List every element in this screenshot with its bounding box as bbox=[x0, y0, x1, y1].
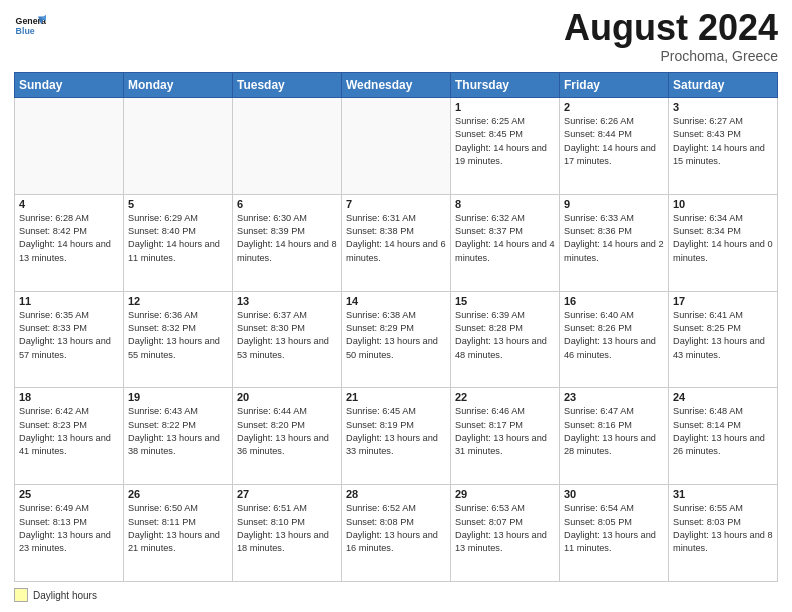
day-info: Sunrise: 6:44 AM Sunset: 8:20 PM Dayligh… bbox=[237, 405, 337, 458]
day-info: Sunrise: 6:32 AM Sunset: 8:37 PM Dayligh… bbox=[455, 212, 555, 265]
day-number: 9 bbox=[564, 198, 664, 210]
header-tuesday: Tuesday bbox=[233, 73, 342, 98]
day-number: 17 bbox=[673, 295, 773, 307]
calendar-cell: 19 Sunrise: 6:43 AM Sunset: 8:22 PM Dayl… bbox=[124, 388, 233, 485]
calendar-cell: 20 Sunrise: 6:44 AM Sunset: 8:20 PM Dayl… bbox=[233, 388, 342, 485]
calendar-cell: 29 Sunrise: 6:53 AM Sunset: 8:07 PM Dayl… bbox=[451, 485, 560, 582]
calendar-week-row: 1 Sunrise: 6:25 AM Sunset: 8:45 PM Dayli… bbox=[15, 98, 778, 195]
calendar-cell: 7 Sunrise: 6:31 AM Sunset: 8:38 PM Dayli… bbox=[342, 194, 451, 291]
day-info: Sunrise: 6:28 AM Sunset: 8:42 PM Dayligh… bbox=[19, 212, 119, 265]
calendar-cell: 25 Sunrise: 6:49 AM Sunset: 8:13 PM Dayl… bbox=[15, 485, 124, 582]
day-number: 28 bbox=[346, 488, 446, 500]
day-number: 19 bbox=[128, 391, 228, 403]
day-number: 1 bbox=[455, 101, 555, 113]
day-info: Sunrise: 6:35 AM Sunset: 8:33 PM Dayligh… bbox=[19, 309, 119, 362]
day-number: 15 bbox=[455, 295, 555, 307]
day-info: Sunrise: 6:53 AM Sunset: 8:07 PM Dayligh… bbox=[455, 502, 555, 555]
calendar-cell: 21 Sunrise: 6:45 AM Sunset: 8:19 PM Dayl… bbox=[342, 388, 451, 485]
day-info: Sunrise: 6:48 AM Sunset: 8:14 PM Dayligh… bbox=[673, 405, 773, 458]
day-info: Sunrise: 6:50 AM Sunset: 8:11 PM Dayligh… bbox=[128, 502, 228, 555]
day-number: 6 bbox=[237, 198, 337, 210]
page-container: General Blue August 2024 Prochoma, Greec… bbox=[0, 0, 792, 612]
calendar-cell: 17 Sunrise: 6:41 AM Sunset: 8:25 PM Dayl… bbox=[669, 291, 778, 388]
calendar-cell: 13 Sunrise: 6:37 AM Sunset: 8:30 PM Dayl… bbox=[233, 291, 342, 388]
day-info: Sunrise: 6:40 AM Sunset: 8:26 PM Dayligh… bbox=[564, 309, 664, 362]
day-info: Sunrise: 6:25 AM Sunset: 8:45 PM Dayligh… bbox=[455, 115, 555, 168]
calendar-cell: 16 Sunrise: 6:40 AM Sunset: 8:26 PM Dayl… bbox=[560, 291, 669, 388]
header-thursday: Thursday bbox=[451, 73, 560, 98]
day-number: 14 bbox=[346, 295, 446, 307]
calendar-cell: 22 Sunrise: 6:46 AM Sunset: 8:17 PM Dayl… bbox=[451, 388, 560, 485]
day-info: Sunrise: 6:55 AM Sunset: 8:03 PM Dayligh… bbox=[673, 502, 773, 555]
day-number: 8 bbox=[455, 198, 555, 210]
day-info: Sunrise: 6:26 AM Sunset: 8:44 PM Dayligh… bbox=[564, 115, 664, 168]
title-block: August 2024 Prochoma, Greece bbox=[564, 10, 778, 64]
calendar-cell bbox=[342, 98, 451, 195]
calendar-cell: 9 Sunrise: 6:33 AM Sunset: 8:36 PM Dayli… bbox=[560, 194, 669, 291]
calendar-cell bbox=[124, 98, 233, 195]
day-number: 13 bbox=[237, 295, 337, 307]
day-info: Sunrise: 6:52 AM Sunset: 8:08 PM Dayligh… bbox=[346, 502, 446, 555]
day-number: 29 bbox=[455, 488, 555, 500]
calendar-week-row: 25 Sunrise: 6:49 AM Sunset: 8:13 PM Dayl… bbox=[15, 485, 778, 582]
day-number: 3 bbox=[673, 101, 773, 113]
day-number: 30 bbox=[564, 488, 664, 500]
day-info: Sunrise: 6:27 AM Sunset: 8:43 PM Dayligh… bbox=[673, 115, 773, 168]
day-info: Sunrise: 6:43 AM Sunset: 8:22 PM Dayligh… bbox=[128, 405, 228, 458]
calendar-cell: 26 Sunrise: 6:50 AM Sunset: 8:11 PM Dayl… bbox=[124, 485, 233, 582]
calendar-cell: 18 Sunrise: 6:42 AM Sunset: 8:23 PM Dayl… bbox=[15, 388, 124, 485]
calendar-cell: 31 Sunrise: 6:55 AM Sunset: 8:03 PM Dayl… bbox=[669, 485, 778, 582]
calendar-week-row: 11 Sunrise: 6:35 AM Sunset: 8:33 PM Dayl… bbox=[15, 291, 778, 388]
calendar-cell: 15 Sunrise: 6:39 AM Sunset: 8:28 PM Dayl… bbox=[451, 291, 560, 388]
header-saturday: Saturday bbox=[669, 73, 778, 98]
legend-box-daylight bbox=[14, 588, 28, 602]
calendar-cell bbox=[233, 98, 342, 195]
calendar-footer: Daylight hours bbox=[14, 588, 778, 602]
day-number: 5 bbox=[128, 198, 228, 210]
svg-text:Blue: Blue bbox=[16, 26, 35, 36]
header-wednesday: Wednesday bbox=[342, 73, 451, 98]
day-info: Sunrise: 6:29 AM Sunset: 8:40 PM Dayligh… bbox=[128, 212, 228, 265]
day-number: 10 bbox=[673, 198, 773, 210]
day-info: Sunrise: 6:49 AM Sunset: 8:13 PM Dayligh… bbox=[19, 502, 119, 555]
day-number: 7 bbox=[346, 198, 446, 210]
day-info: Sunrise: 6:39 AM Sunset: 8:28 PM Dayligh… bbox=[455, 309, 555, 362]
day-number: 16 bbox=[564, 295, 664, 307]
day-info: Sunrise: 6:31 AM Sunset: 8:38 PM Dayligh… bbox=[346, 212, 446, 265]
day-info: Sunrise: 6:45 AM Sunset: 8:19 PM Dayligh… bbox=[346, 405, 446, 458]
day-info: Sunrise: 6:30 AM Sunset: 8:39 PM Dayligh… bbox=[237, 212, 337, 265]
calendar-cell: 24 Sunrise: 6:48 AM Sunset: 8:14 PM Dayl… bbox=[669, 388, 778, 485]
calendar-cell: 11 Sunrise: 6:35 AM Sunset: 8:33 PM Dayl… bbox=[15, 291, 124, 388]
calendar-cell: 23 Sunrise: 6:47 AM Sunset: 8:16 PM Dayl… bbox=[560, 388, 669, 485]
calendar-cell: 27 Sunrise: 6:51 AM Sunset: 8:10 PM Dayl… bbox=[233, 485, 342, 582]
day-info: Sunrise: 6:34 AM Sunset: 8:34 PM Dayligh… bbox=[673, 212, 773, 265]
weekday-header-row: Sunday Monday Tuesday Wednesday Thursday… bbox=[15, 73, 778, 98]
day-info: Sunrise: 6:54 AM Sunset: 8:05 PM Dayligh… bbox=[564, 502, 664, 555]
calendar-cell bbox=[15, 98, 124, 195]
day-info: Sunrise: 6:37 AM Sunset: 8:30 PM Dayligh… bbox=[237, 309, 337, 362]
day-info: Sunrise: 6:47 AM Sunset: 8:16 PM Dayligh… bbox=[564, 405, 664, 458]
day-info: Sunrise: 6:41 AM Sunset: 8:25 PM Dayligh… bbox=[673, 309, 773, 362]
day-number: 21 bbox=[346, 391, 446, 403]
page-header: General Blue August 2024 Prochoma, Greec… bbox=[14, 10, 778, 64]
calendar-cell: 2 Sunrise: 6:26 AM Sunset: 8:44 PM Dayli… bbox=[560, 98, 669, 195]
day-info: Sunrise: 6:42 AM Sunset: 8:23 PM Dayligh… bbox=[19, 405, 119, 458]
calendar-cell: 3 Sunrise: 6:27 AM Sunset: 8:43 PM Dayli… bbox=[669, 98, 778, 195]
header-sunday: Sunday bbox=[15, 73, 124, 98]
day-number: 24 bbox=[673, 391, 773, 403]
day-number: 2 bbox=[564, 101, 664, 113]
calendar-cell: 30 Sunrise: 6:54 AM Sunset: 8:05 PM Dayl… bbox=[560, 485, 669, 582]
calendar-cell: 12 Sunrise: 6:36 AM Sunset: 8:32 PM Dayl… bbox=[124, 291, 233, 388]
day-number: 27 bbox=[237, 488, 337, 500]
calendar-week-row: 18 Sunrise: 6:42 AM Sunset: 8:23 PM Dayl… bbox=[15, 388, 778, 485]
calendar-cell: 4 Sunrise: 6:28 AM Sunset: 8:42 PM Dayli… bbox=[15, 194, 124, 291]
day-info: Sunrise: 6:38 AM Sunset: 8:29 PM Dayligh… bbox=[346, 309, 446, 362]
calendar-cell: 14 Sunrise: 6:38 AM Sunset: 8:29 PM Dayl… bbox=[342, 291, 451, 388]
day-number: 4 bbox=[19, 198, 119, 210]
day-number: 26 bbox=[128, 488, 228, 500]
day-number: 18 bbox=[19, 391, 119, 403]
logo-icon: General Blue bbox=[14, 10, 46, 42]
calendar-cell: 8 Sunrise: 6:32 AM Sunset: 8:37 PM Dayli… bbox=[451, 194, 560, 291]
legend-label-daylight: Daylight hours bbox=[33, 590, 97, 601]
day-info: Sunrise: 6:36 AM Sunset: 8:32 PM Dayligh… bbox=[128, 309, 228, 362]
